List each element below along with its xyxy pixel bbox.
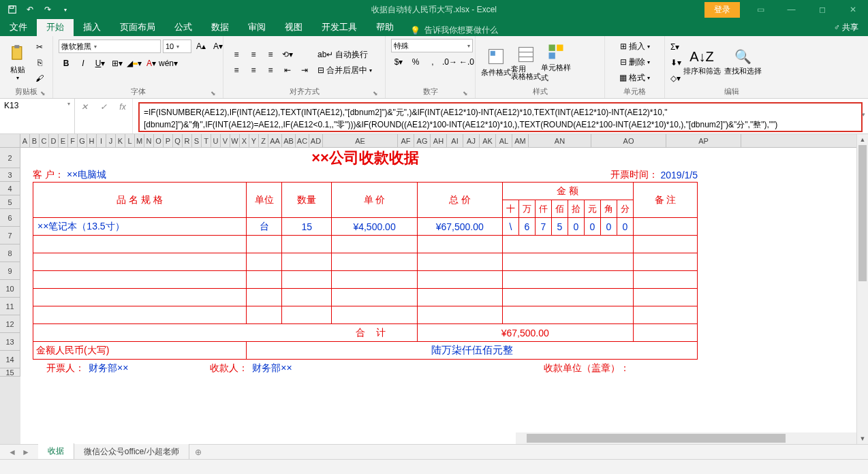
row-header[interactable]: 12: [0, 315, 20, 333]
tab-view[interactable]: 视图: [275, 18, 312, 36]
clear-button[interactable]: ◇▾: [670, 71, 681, 86]
row-header[interactable]: 9: [0, 262, 20, 280]
column-header[interactable]: B: [30, 134, 40, 147]
dialog-launcher-icon[interactable]: ⬊: [40, 90, 46, 97]
autosum-button[interactable]: Σ▾: [670, 40, 681, 54]
close-icon[interactable]: ✕: [837, 0, 868, 19]
paste-button[interactable]: 粘贴 ▾: [5, 40, 29, 85]
column-header[interactable]: T: [202, 134, 211, 147]
column-header[interactable]: H: [87, 134, 97, 147]
dialog-launcher-icon[interactable]: ⬊: [463, 90, 468, 97]
sheet-nav-prev-icon[interactable]: ◄: [8, 447, 16, 457]
column-header[interactable]: F: [68, 134, 78, 147]
tab-data[interactable]: 数据: [202, 18, 238, 36]
fill-button[interactable]: ⬇▾: [670, 55, 681, 70]
maximize-icon[interactable]: ◻: [807, 0, 837, 19]
column-header[interactable]: X: [240, 134, 249, 147]
tab-review[interactable]: 审阅: [238, 18, 275, 36]
format-cells-button[interactable]: ▦格式▾: [619, 70, 650, 85]
column-header[interactable]: AP: [666, 134, 741, 147]
merge-center-button[interactable]: ⊟合并后居中▾: [317, 63, 372, 78]
column-header[interactable]: P: [164, 134, 173, 147]
align-top-icon[interactable]: ≡: [229, 47, 244, 62]
hscroll-thumb[interactable]: [527, 434, 786, 443]
select-all-corner[interactable]: [0, 134, 20, 147]
align-right-icon[interactable]: ≡: [263, 63, 278, 78]
column-header[interactable]: AG: [414, 134, 431, 147]
column-header[interactable]: O: [154, 134, 164, 147]
sheet-tab-1[interactable]: 收据: [38, 443, 74, 460]
enter-formula-icon[interactable]: ✓: [97, 101, 110, 113]
column-header[interactable]: I: [97, 134, 106, 147]
expand-formula-icon[interactable]: ▾: [862, 111, 865, 118]
horizontal-scrollbar[interactable]: [516, 432, 856, 444]
scroll-thumb[interactable]: [858, 145, 867, 281]
decrease-indent-icon[interactable]: ⇤: [280, 63, 295, 78]
column-header[interactable]: W: [230, 134, 240, 147]
column-header[interactable]: J: [106, 134, 116, 147]
ribbon-display-icon[interactable]: ▭: [745, 0, 776, 19]
minimize-icon[interactable]: —: [776, 0, 807, 19]
dialog-launcher-icon[interactable]: ⬊: [211, 90, 216, 97]
tab-help[interactable]: 帮助: [367, 18, 403, 36]
row-header[interactable]: 5: [0, 195, 20, 209]
increase-indent-icon[interactable]: ⇥: [297, 63, 312, 78]
column-header[interactable]: D: [49, 134, 59, 147]
fill-color-button[interactable]: ◢▾: [127, 56, 142, 71]
wrap-text-button[interactable]: ab↵自动换行: [317, 47, 372, 62]
number-format-combo[interactable]: 特殊▾: [391, 39, 473, 52]
column-header[interactable]: M: [135, 134, 144, 147]
phonetic-button[interactable]: wén▾: [161, 56, 176, 71]
column-header[interactable]: G: [78, 134, 87, 147]
sort-filter-button[interactable]: A↓Z排序和筛选: [681, 40, 722, 85]
row-header[interactable]: 14: [0, 351, 20, 368]
align-left-icon[interactable]: ≡: [229, 63, 244, 78]
row-header[interactable]: 13: [0, 333, 20, 351]
column-header[interactable]: Q: [173, 134, 183, 147]
column-header[interactable]: K: [116, 134, 125, 147]
border-button[interactable]: ⊞▾: [110, 56, 125, 71]
font-size-combo[interactable]: 10▾: [163, 40, 191, 53]
underline-button[interactable]: U▾: [93, 56, 108, 71]
column-header[interactable]: AC: [296, 134, 309, 147]
row-header[interactable]: 2: [0, 148, 20, 168]
column-header[interactable]: R: [183, 134, 192, 147]
share-button[interactable]: ♂ 共享: [824, 19, 868, 36]
delete-cells-button[interactable]: ⊟删除▾: [620, 54, 650, 69]
column-header[interactable]: AE: [323, 134, 398, 147]
column-header[interactable]: N: [144, 134, 154, 147]
column-header[interactable]: AI: [447, 134, 463, 147]
column-header[interactable]: AM: [512, 134, 529, 147]
row-header[interactable]: 8: [0, 244, 20, 262]
align-bottom-icon[interactable]: ≡: [263, 47, 278, 62]
row-header[interactable]: 10: [0, 280, 20, 298]
format-table-button[interactable]: 套用 表格格式: [511, 40, 541, 85]
cell-styles-button[interactable]: 单元格样式: [541, 40, 571, 85]
font-name-combo[interactable]: 微软雅黑▾: [59, 40, 161, 53]
column-header[interactable]: AF: [398, 134, 414, 147]
column-header[interactable]: U: [211, 134, 221, 147]
tab-home[interactable]: 开始: [37, 18, 74, 36]
column-header[interactable]: E: [59, 134, 68, 147]
row-header[interactable]: 15: [0, 368, 20, 377]
save-icon[interactable]: [5, 3, 19, 16]
percent-button[interactable]: %: [408, 54, 423, 69]
column-header[interactable]: AO: [591, 134, 666, 147]
column-header[interactable]: AJ: [463, 134, 480, 147]
column-header[interactable]: L: [125, 134, 135, 147]
column-header[interactable]: AD: [309, 134, 323, 147]
column-header[interactable]: AA: [268, 134, 282, 147]
tab-developer[interactable]: 开发工具: [312, 18, 367, 36]
tab-page-layout[interactable]: 页面布局: [110, 18, 165, 36]
formula-input[interactable]: =IF(ISNUMBER(AE12),IF(INT(AE12),TEXT(INT…: [138, 102, 863, 132]
tab-formulas[interactable]: 公式: [165, 18, 202, 36]
add-sheet-button[interactable]: ⊕: [189, 447, 207, 457]
increase-decimal-icon[interactable]: .0→: [442, 54, 457, 69]
font-color-button[interactable]: A▾: [144, 56, 159, 71]
align-middle-icon[interactable]: ≡: [246, 47, 261, 62]
undo-icon[interactable]: ↶: [23, 3, 37, 16]
row-header[interactable]: 11: [0, 298, 20, 315]
orientation-icon[interactable]: ⟲▾: [280, 47, 295, 62]
copy-icon[interactable]: ⎘: [32, 55, 47, 70]
qat-customize-icon[interactable]: ▾: [59, 3, 72, 16]
